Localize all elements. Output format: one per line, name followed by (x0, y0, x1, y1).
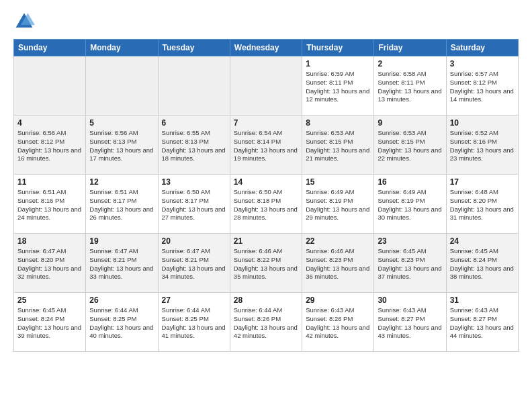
calendar-cell: 31Sunrise: 6:43 AM Sunset: 8:27 PM Dayli… (446, 293, 518, 352)
calendar-cell: 22Sunrise: 6:46 AM Sunset: 8:23 PM Dayli… (302, 234, 374, 293)
header (13, 11, 519, 32)
day-number: 9 (378, 118, 442, 128)
calendar-cell: 4Sunrise: 6:56 AM Sunset: 8:12 PM Daylig… (14, 116, 86, 175)
calendar-cell: 19Sunrise: 6:47 AM Sunset: 8:21 PM Dayli… (86, 234, 158, 293)
day-number: 16 (378, 177, 442, 187)
calendar-cell: 3Sunrise: 6:57 AM Sunset: 8:12 PM Daylig… (446, 56, 518, 116)
day-info: Sunrise: 6:59 AM Sunset: 8:11 PM Dayligh… (306, 70, 370, 104)
calendar-cell: 18Sunrise: 6:47 AM Sunset: 8:20 PM Dayli… (14, 234, 86, 293)
calendar-cell: 5Sunrise: 6:56 AM Sunset: 8:13 PM Daylig… (86, 116, 158, 175)
day-number: 2 (378, 59, 442, 68)
calendar-cell (158, 56, 230, 116)
calendar-cell: 6Sunrise: 6:55 AM Sunset: 8:13 PM Daylig… (158, 116, 230, 175)
weekday-header-tuesday: Tuesday (158, 40, 230, 56)
calendar-week-1: 1Sunrise: 6:59 AM Sunset: 8:11 PM Daylig… (14, 56, 519, 116)
calendar-cell: 17Sunrise: 6:48 AM Sunset: 8:20 PM Dayli… (446, 175, 518, 234)
day-info: Sunrise: 6:47 AM Sunset: 8:20 PM Dayligh… (17, 247, 82, 281)
weekday-header-saturday: Saturday (446, 40, 518, 56)
day-info: Sunrise: 6:56 AM Sunset: 8:13 PM Dayligh… (89, 129, 154, 163)
weekday-header-sunday: Sunday (14, 40, 86, 56)
page: SundayMondayTuesdayWednesdayThursdayFrid… (0, 0, 532, 411)
day-number: 31 (450, 295, 515, 305)
calendar-cell: 14Sunrise: 6:50 AM Sunset: 8:18 PM Dayli… (230, 175, 302, 234)
calendar-cell: 29Sunrise: 6:43 AM Sunset: 8:26 PM Dayli… (302, 293, 374, 352)
calendar-cell: 30Sunrise: 6:43 AM Sunset: 8:27 PM Dayli… (374, 293, 446, 352)
day-info: Sunrise: 6:54 AM Sunset: 8:14 PM Dayligh… (234, 129, 298, 163)
calendar-cell: 11Sunrise: 6:51 AM Sunset: 8:16 PM Dayli… (14, 175, 86, 234)
day-number: 28 (234, 295, 298, 305)
day-info: Sunrise: 6:49 AM Sunset: 8:19 PM Dayligh… (378, 188, 442, 222)
day-info: Sunrise: 6:44 AM Sunset: 8:25 PM Dayligh… (162, 306, 226, 340)
day-number: 18 (17, 236, 82, 246)
weekday-header-thursday: Thursday (302, 40, 374, 56)
day-number: 10 (450, 118, 515, 128)
day-number: 30 (378, 295, 442, 305)
logo (13, 11, 38, 32)
calendar-header-row: SundayMondayTuesdayWednesdayThursdayFrid… (14, 40, 519, 56)
day-info: Sunrise: 6:43 AM Sunset: 8:27 PM Dayligh… (378, 306, 442, 340)
calendar-week-5: 25Sunrise: 6:45 AM Sunset: 8:24 PM Dayli… (14, 293, 519, 352)
calendar-week-4: 18Sunrise: 6:47 AM Sunset: 8:20 PM Dayli… (14, 234, 519, 293)
day-info: Sunrise: 6:56 AM Sunset: 8:12 PM Dayligh… (17, 129, 82, 163)
calendar-week-2: 4Sunrise: 6:56 AM Sunset: 8:12 PM Daylig… (14, 116, 519, 175)
day-info: Sunrise: 6:46 AM Sunset: 8:22 PM Dayligh… (234, 247, 298, 281)
calendar-cell: 7Sunrise: 6:54 AM Sunset: 8:14 PM Daylig… (230, 116, 302, 175)
calendar-cell: 28Sunrise: 6:44 AM Sunset: 8:26 PM Dayli… (230, 293, 302, 352)
day-info: Sunrise: 6:51 AM Sunset: 8:16 PM Dayligh… (17, 188, 82, 222)
day-number: 26 (89, 295, 154, 305)
calendar-cell (86, 56, 158, 116)
day-info: Sunrise: 6:45 AM Sunset: 8:24 PM Dayligh… (17, 306, 82, 340)
day-info: Sunrise: 6:45 AM Sunset: 8:23 PM Dayligh… (378, 247, 442, 281)
day-info: Sunrise: 6:43 AM Sunset: 8:26 PM Dayligh… (306, 306, 370, 340)
logo-icon (13, 11, 35, 32)
calendar-cell (14, 56, 86, 116)
day-info: Sunrise: 6:53 AM Sunset: 8:15 PM Dayligh… (306, 129, 370, 163)
calendar-cell: 10Sunrise: 6:52 AM Sunset: 8:16 PM Dayli… (446, 116, 518, 175)
calendar-cell: 20Sunrise: 6:47 AM Sunset: 8:21 PM Dayli… (158, 234, 230, 293)
calendar-cell (230, 56, 302, 116)
calendar-cell: 27Sunrise: 6:44 AM Sunset: 8:25 PM Dayli… (158, 293, 230, 352)
day-number: 25 (17, 295, 82, 305)
calendar-cell: 26Sunrise: 6:44 AM Sunset: 8:25 PM Dayli… (86, 293, 158, 352)
day-info: Sunrise: 6:47 AM Sunset: 8:21 PM Dayligh… (162, 247, 226, 281)
day-info: Sunrise: 6:58 AM Sunset: 8:11 PM Dayligh… (378, 70, 442, 104)
day-number: 13 (162, 177, 226, 187)
day-info: Sunrise: 6:49 AM Sunset: 8:19 PM Dayligh… (306, 188, 370, 222)
day-number: 11 (17, 177, 82, 187)
day-number: 17 (450, 177, 515, 187)
day-number: 29 (306, 295, 370, 305)
weekday-header-monday: Monday (86, 40, 158, 56)
day-info: Sunrise: 6:57 AM Sunset: 8:12 PM Dayligh… (450, 70, 515, 104)
day-info: Sunrise: 6:47 AM Sunset: 8:21 PM Dayligh… (89, 247, 154, 281)
day-number: 7 (234, 118, 298, 128)
calendar-week-3: 11Sunrise: 6:51 AM Sunset: 8:16 PM Dayli… (14, 175, 519, 234)
day-info: Sunrise: 6:46 AM Sunset: 8:23 PM Dayligh… (306, 247, 370, 281)
day-number: 20 (162, 236, 226, 246)
calendar-cell: 13Sunrise: 6:50 AM Sunset: 8:17 PM Dayli… (158, 175, 230, 234)
weekday-header-friday: Friday (374, 40, 446, 56)
day-number: 12 (89, 177, 154, 187)
day-number: 5 (89, 118, 154, 128)
day-number: 27 (162, 295, 226, 305)
day-info: Sunrise: 6:44 AM Sunset: 8:26 PM Dayligh… (234, 306, 298, 340)
calendar-cell: 9Sunrise: 6:53 AM Sunset: 8:15 PM Daylig… (374, 116, 446, 175)
day-number: 3 (450, 59, 515, 68)
weekday-header-wednesday: Wednesday (230, 40, 302, 56)
calendar-cell: 23Sunrise: 6:45 AM Sunset: 8:23 PM Dayli… (374, 234, 446, 293)
day-number: 1 (306, 59, 370, 68)
day-number: 21 (234, 236, 298, 246)
calendar-cell: 12Sunrise: 6:51 AM Sunset: 8:17 PM Dayli… (86, 175, 158, 234)
day-number: 24 (450, 236, 515, 246)
calendar-cell: 2Sunrise: 6:58 AM Sunset: 8:11 PM Daylig… (374, 56, 446, 116)
calendar-cell: 21Sunrise: 6:46 AM Sunset: 8:22 PM Dayli… (230, 234, 302, 293)
day-info: Sunrise: 6:45 AM Sunset: 8:24 PM Dayligh… (450, 247, 515, 281)
calendar-cell: 15Sunrise: 6:49 AM Sunset: 8:19 PM Dayli… (302, 175, 374, 234)
calendar-cell: 24Sunrise: 6:45 AM Sunset: 8:24 PM Dayli… (446, 234, 518, 293)
calendar-cell: 16Sunrise: 6:49 AM Sunset: 8:19 PM Dayli… (374, 175, 446, 234)
day-number: 8 (306, 118, 370, 128)
calendar-cell: 25Sunrise: 6:45 AM Sunset: 8:24 PM Dayli… (14, 293, 86, 352)
day-number: 4 (17, 118, 82, 128)
day-info: Sunrise: 6:43 AM Sunset: 8:27 PM Dayligh… (450, 306, 515, 340)
calendar-cell: 8Sunrise: 6:53 AM Sunset: 8:15 PM Daylig… (302, 116, 374, 175)
day-info: Sunrise: 6:52 AM Sunset: 8:16 PM Dayligh… (450, 129, 515, 163)
